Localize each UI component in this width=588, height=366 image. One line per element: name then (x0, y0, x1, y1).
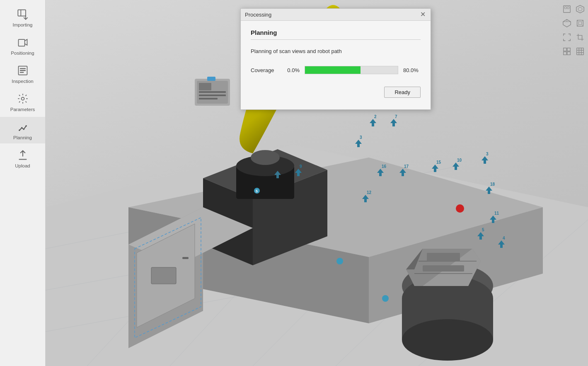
dialog-title-text: Processing (245, 12, 271, 18)
svg-text:5: 5 (256, 189, 258, 193)
toolbar-row-3 (561, 32, 586, 43)
inspection-icon (16, 64, 29, 77)
svg-point-32 (251, 150, 280, 165)
svg-rect-90 (151, 267, 176, 284)
svg-rect-85 (423, 265, 464, 271)
sidebar-item-positioning[interactable]: Positioning (0, 32, 45, 59)
crop-icon[interactable] (574, 32, 586, 43)
dialog-footer: Ready (251, 87, 421, 101)
svg-point-8 (21, 97, 24, 100)
cube-iso-icon[interactable] (574, 17, 586, 29)
coverage-start-value: 0.0% (285, 67, 300, 73)
svg-point-10 (21, 127, 22, 129)
dialog-body: Planning Planning of scan views and robo… (241, 21, 431, 109)
sidebar-label-planning: Planning (13, 135, 32, 140)
svg-point-12 (25, 125, 27, 127)
svg-text:5: 5 (482, 228, 484, 232)
svg-rect-102 (578, 22, 581, 24)
cube-top-icon[interactable] (561, 17, 573, 29)
svg-rect-95 (567, 7, 569, 9)
sidebar-item-inspection[interactable]: Inspection (0, 61, 45, 87)
svg-marker-56 (432, 165, 438, 172)
toolbar-row-1 (561, 3, 586, 15)
svg-rect-84 (427, 253, 460, 261)
svg-rect-0 (18, 10, 26, 16)
svg-text:12: 12 (367, 190, 372, 195)
import-icon (16, 7, 29, 21)
sidebar-item-importing[interactable]: Importing (0, 4, 45, 31)
svg-marker-44 (390, 119, 397, 126)
sidebar-item-upload[interactable]: Upload (0, 145, 45, 172)
svg-text:18: 18 (490, 182, 495, 187)
grid-icon[interactable] (561, 46, 573, 57)
svg-marker-60 (482, 156, 488, 164)
svg-marker-97 (578, 7, 582, 11)
svg-rect-38 (199, 91, 226, 93)
svg-text:9: 9 (300, 164, 302, 169)
ready-button[interactable]: Ready (384, 87, 421, 98)
svg-marker-96 (576, 5, 584, 13)
dialog-titlebar: Processing ✕ (241, 9, 431, 21)
svg-rect-41 (199, 83, 211, 90)
svg-rect-39 (199, 95, 226, 96)
svg-rect-94 (565, 7, 567, 9)
svg-rect-89 (182, 257, 189, 259)
coverage-label: Coverage (251, 67, 280, 73)
svg-marker-42 (370, 119, 376, 126)
svg-text:16: 16 (382, 164, 387, 169)
svg-point-73 (336, 258, 343, 264)
dialog-description: Planning of scan views and robot path (251, 48, 421, 54)
coverage-end-value: 80.0% (403, 67, 421, 73)
svg-rect-109 (564, 52, 566, 55)
svg-text:3: 3 (360, 135, 362, 140)
svg-text:7: 7 (395, 114, 397, 119)
svg-text:10: 10 (457, 158, 462, 162)
svg-rect-107 (564, 48, 566, 51)
svg-rect-110 (567, 52, 570, 55)
sidebar-item-parameters[interactable]: Parameters (0, 89, 45, 115)
svg-point-9 (19, 129, 20, 131)
coverage-progress-bar (305, 66, 398, 74)
dialog-section-title: Planning (251, 29, 421, 36)
svg-rect-7 (20, 72, 24, 73)
sidebar-label-inspection: Inspection (12, 79, 33, 84)
grid2-icon[interactable] (574, 46, 586, 57)
parameters-icon (16, 92, 29, 105)
sidebar: Importing Positioning Inspection Paramet… (0, 0, 46, 366)
positioning-icon (16, 36, 29, 49)
sidebar-item-planning[interactable]: Planning (0, 117, 45, 143)
svg-rect-93 (564, 6, 571, 13)
dialog-close-button[interactable]: ✕ (419, 11, 426, 18)
svg-text:15: 15 (436, 160, 441, 165)
planning-icon (16, 120, 29, 133)
coverage-row: Coverage 0.0% 80.0% (251, 66, 421, 74)
svg-text:4: 4 (503, 236, 505, 240)
sidebar-label-positioning: Positioning (11, 51, 34, 56)
svg-text:17: 17 (404, 164, 409, 169)
svg-text:2: 2 (374, 114, 377, 119)
sidebar-label-upload: Upload (15, 163, 30, 168)
upload-icon (16, 148, 29, 162)
cube-back-icon[interactable] (574, 3, 586, 15)
svg-text:3: 3 (486, 152, 489, 156)
coverage-bar-fill (305, 66, 361, 74)
svg-marker-58 (452, 162, 459, 170)
svg-rect-3 (18, 39, 24, 46)
svg-rect-37 (207, 77, 215, 81)
toolbar-row-4 (561, 46, 586, 57)
processing-dialog: Processing ✕ Planning Planning of scan v… (240, 8, 431, 110)
svg-point-78 (402, 319, 493, 361)
cube-front-icon[interactable] (561, 3, 573, 15)
fit-screen-icon[interactable] (561, 32, 573, 43)
right-toolbar (559, 0, 588, 83)
svg-point-66 (456, 204, 464, 213)
dialog-divider (251, 39, 421, 40)
svg-marker-46 (355, 140, 362, 147)
svg-text:11: 11 (494, 211, 499, 216)
svg-point-11 (23, 128, 24, 130)
svg-rect-40 (199, 98, 218, 99)
svg-point-74 (382, 295, 389, 302)
toolbar-row-2 (561, 17, 586, 29)
sidebar-label-parameters: Parameters (10, 107, 35, 112)
svg-rect-6 (20, 70, 26, 71)
